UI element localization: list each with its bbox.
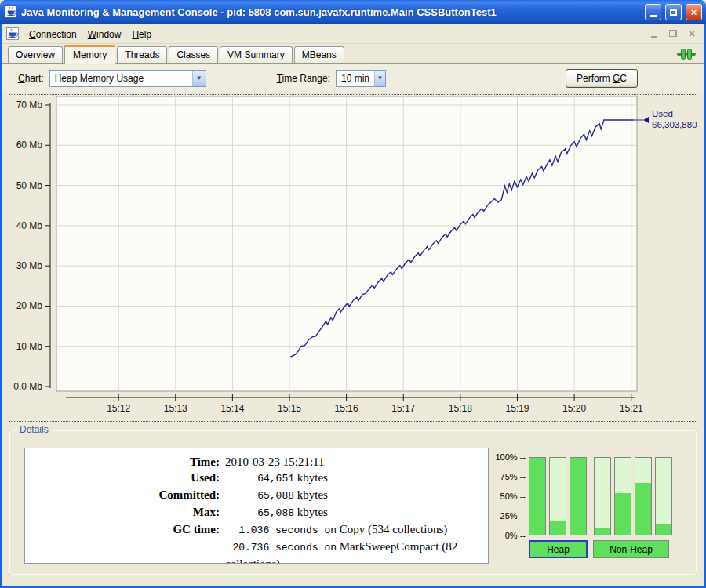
memory-pool-bar [635, 457, 652, 535]
java-coffee-cup-icon [5, 5, 17, 18]
tab-mbeans[interactable]: MBeans [294, 46, 344, 63]
memory-pool-bar [594, 457, 611, 535]
tab-strip: OverviewMemoryThreadsClassesVM SummaryMB… [2, 44, 704, 64]
details-box: Time:2010-03-23 15:21:11Used:64,651 kbyt… [24, 448, 489, 564]
y-tick-label: 60 Mb [16, 140, 43, 151]
percent-tick-label: 0% -- [505, 531, 526, 540]
details-value-number: 64,651 [225, 471, 294, 487]
details-row-value: 64,651 kbytes [225, 470, 328, 487]
marker-triangle-icon [643, 117, 649, 123]
memory-pool-bar [655, 457, 672, 535]
details-row-value: 65,088 kbytes [225, 504, 328, 521]
x-tick-label: 15:15 [278, 403, 301, 414]
menu-help[interactable]: Help [126, 27, 157, 42]
frame-buttons: × [647, 27, 699, 40]
details-panel: Details Time:2010-03-23 15:21:11Used:64,… [9, 430, 697, 575]
frame-minimize-button[interactable] [647, 27, 661, 40]
x-tick-label: 15:14 [220, 403, 244, 414]
y-tick-label: 40 Mb [16, 220, 43, 231]
used-series-label: Used [652, 109, 673, 118]
menu-window[interactable]: Window [82, 27, 127, 42]
details-row-label: Used: [25, 470, 225, 487]
bar-group-heap [529, 457, 587, 535]
time-range-value: 10 min [337, 71, 374, 86]
minimize-button[interactable] [645, 4, 661, 20]
time-range-dropdown-icon[interactable]: ▼ [374, 71, 385, 86]
percent-tick-label: 100% -- [495, 452, 526, 462]
details-row-value: 1.036 seconds on Copy (534 collections) [225, 521, 447, 539]
details-row: Time:2010-03-23 15:21:11 [25, 454, 482, 470]
details-row-value: 20.736 seconds on MarkSweepCompact (82 c… [225, 539, 482, 564]
x-tick-label: 15:12 [107, 403, 130, 414]
perform-gc-button[interactable]: Perform GC [566, 69, 638, 88]
bar-groups [529, 457, 672, 535]
time-range-select[interactable]: 10 min ▼ [336, 70, 386, 87]
tabs: OverviewMemoryThreadsClassesVM SummaryMB… [8, 45, 346, 63]
tab-vm-summary[interactable]: VM Summary [220, 46, 293, 63]
x-tick-label: 15:16 [335, 403, 358, 414]
details-row: 20.736 seconds on MarkSweepCompact (82 c… [25, 539, 482, 564]
percent-axis: 100% --75% --50% --25% --0% -- [488, 457, 526, 535]
details-row-value: 2010-03-23 15:21:11 [225, 454, 325, 470]
details-row-label: Max: [25, 504, 225, 521]
y-tick-label: 20 Mb [16, 300, 43, 311]
tab-threads[interactable]: Threads [117, 46, 167, 63]
details-row-label: GC time: [25, 521, 225, 539]
tab-classes[interactable]: Classes [169, 46, 218, 63]
frame-close-button[interactable]: × [685, 27, 699, 40]
pool-buttons: HeapNon-Heap [529, 540, 669, 558]
details-row: Used:64,651 kbytes [25, 470, 482, 487]
maximize-button[interactable] [665, 4, 682, 20]
memory-pool-bar-fill [550, 521, 566, 535]
y-tick-label: 0.0 Mb [13, 381, 42, 392]
chart-select-dropdown-icon[interactable]: ▼ [192, 71, 206, 86]
bar-group-non-heap [594, 457, 672, 535]
percent-tick-label: 50% -- [500, 492, 526, 501]
x-tick-label: 15:19 [505, 403, 529, 414]
frame-minimize-icon [651, 36, 657, 38]
details-row-label: Committed: [25, 487, 225, 504]
x-tick-label: 15:17 [391, 403, 415, 414]
frame-restore-icon [669, 30, 677, 37]
details-value-number: 1.036 seconds on [225, 523, 337, 539]
maximize-icon [670, 9, 677, 16]
frame-java-icon [6, 27, 19, 40]
details-row: Committed:65,088 kbytes [25, 487, 482, 504]
details-value-number: 65,088 [225, 488, 294, 504]
menu-connection[interactable]: Connection [24, 27, 82, 42]
x-tick-label: 15:18 [449, 403, 472, 414]
minimize-icon [650, 15, 657, 17]
details-panel-title: Details [16, 424, 52, 435]
window-body: ConnectionWindowHelp × OverviewMemoryThr… [2, 24, 704, 586]
used-series-value: 66,303,880 [652, 120, 697, 129]
connection-plug-icon [677, 48, 696, 60]
memory-pool-bar [570, 457, 587, 535]
tab-overview[interactable]: Overview [8, 46, 63, 63]
frame-restore-button[interactable] [666, 27, 680, 40]
chart-select[interactable]: Heap Memory Usage ▼ [49, 70, 206, 87]
memory-pool-bar [529, 457, 546, 535]
y-tick-label: 10 Mb [16, 341, 43, 352]
menu-items: ConnectionWindowHelp [24, 27, 157, 41]
percent-tick-label: 75% -- [500, 472, 526, 481]
y-tick-label: 50 Mb [16, 180, 43, 191]
memory-pool-bar-fill [570, 458, 586, 535]
memory-chart-panel: 70 Mb60 Mb50 Mb40 Mb30 Mb20 Mb10 Mb0.0 M… [9, 94, 697, 422]
window-title: Java Monitoring & Management Console - p… [21, 6, 641, 18]
details-row: Max:65,088 kbytes [25, 504, 482, 521]
details-value-number: 20.736 seconds on [225, 540, 337, 556]
details-value-number: 65,088 [225, 506, 294, 521]
details-row-value: 65,088 kbytes [225, 487, 328, 504]
non-heap-button[interactable]: Non-Heap [593, 540, 669, 558]
close-button[interactable]: × [686, 4, 702, 20]
heap-button[interactable]: Heap [529, 540, 588, 558]
y-tick-label: 30 Mb [16, 260, 43, 271]
x-tick-label: 15:21 [620, 403, 643, 414]
memory-pool-bars: 100% --75% --50% --25% --0% -- HeapNon-H… [488, 457, 692, 571]
x-tick-label: 15:13 [164, 403, 187, 414]
chart-select-value: Heap Memory Usage [50, 71, 192, 86]
memory-pool-bar-fill [530, 458, 545, 535]
chart-toolbar: Chart: Heap Memory Usage ▼ Time Range: 1… [2, 64, 704, 93]
tab-memory[interactable]: Memory [64, 45, 115, 64]
y-tick-label: 70 Mb [16, 100, 43, 111]
